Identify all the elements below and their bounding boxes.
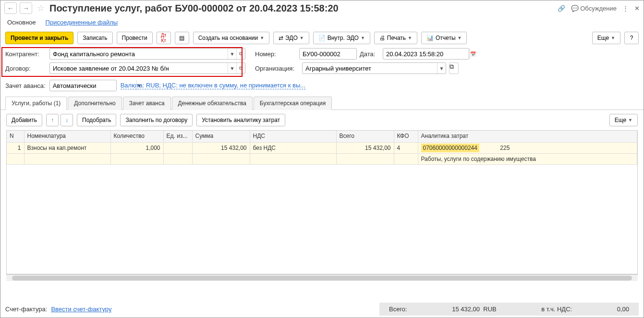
currency-vat-link[interactable]: Валюта: RUB; НДС: не включен в сумму, не…: [121, 82, 305, 89]
section-main[interactable]: Основное: [7, 19, 36, 26]
dropdown-icon[interactable]: ▼: [228, 63, 236, 73]
vat-label: в т.ч. НДС:: [541, 306, 572, 313]
tab-more-button[interactable]: Еще▼: [609, 114, 638, 126]
internal-edo-button[interactable]: 📄 Внутр. ЭДО▼: [313, 32, 370, 44]
more-menu-icon[interactable]: ⋮: [622, 5, 629, 12]
print-button[interactable]: 🖨 Печать▼: [374, 32, 417, 44]
nav-forward-button[interactable]: →: [20, 2, 32, 14]
fill-by-contract-button[interactable]: Заполнить по договору: [120, 114, 193, 126]
edo-button[interactable]: ⇄ ЭДО▼: [273, 32, 309, 44]
post-and-close-button[interactable]: Провести и закрыть: [5, 32, 73, 44]
reports-button[interactable]: 📊 Отчеты▼: [421, 32, 467, 44]
col-qty[interactable]: Количество: [110, 131, 163, 142]
move-down-button[interactable]: ↓: [61, 114, 73, 126]
open-icon[interactable]: ⧉: [236, 63, 245, 73]
nav-back-button[interactable]: ←: [4, 2, 17, 14]
enter-invoice-link[interactable]: Ввести счет-фактуру: [51, 306, 111, 313]
write-button[interactable]: Записать: [77, 32, 112, 44]
tab-obligations[interactable]: Денежные обязательства: [172, 97, 253, 110]
document-title: Поступление услуг, работ БУ00-000002 от …: [49, 3, 555, 14]
org-label: Организация:: [255, 65, 299, 72]
advance-label: Зачет аванса:: [5, 82, 46, 89]
calendar-icon[interactable]: 📅: [470, 49, 476, 59]
close-icon[interactable]: ✕: [634, 5, 640, 12]
move-up-button[interactable]: ↑: [46, 114, 59, 126]
list-icon-button[interactable]: ▤: [175, 32, 189, 44]
total-value: 15 432,00 RUB: [452, 306, 497, 313]
number-label: Номер:: [255, 50, 296, 58]
pick-button[interactable]: Подобрать: [77, 114, 116, 126]
col-total[interactable]: Всего: [336, 131, 394, 142]
favorite-icon[interactable]: ☆: [37, 3, 45, 13]
contract-input[interactable]: ▼ ⧉: [49, 62, 245, 74]
link-icon[interactable]: 🔗: [558, 5, 565, 12]
tab-additional[interactable]: Дополнительно: [68, 97, 122, 110]
horizontal-scrollbar[interactable]: [6, 274, 638, 281]
more-button[interactable]: Еще▼: [592, 32, 620, 44]
vat-value: 0,00: [617, 306, 629, 313]
dropdown-icon[interactable]: ▼: [437, 63, 446, 73]
table-row[interactable]: Работы, услуги по содержанию имущества: [7, 153, 637, 164]
col-kfo[interactable]: КФО: [394, 131, 418, 142]
col-vat[interactable]: НДС: [250, 131, 336, 142]
open-icon[interactable]: ⧉: [236, 49, 245, 59]
col-analytics[interactable]: Аналитика затрат: [418, 131, 637, 142]
date-input[interactable]: 📅: [383, 48, 469, 60]
tab-accounting[interactable]: Бухгалтерская операция: [254, 97, 332, 110]
col-unit[interactable]: Ед. из...: [163, 131, 192, 142]
col-n[interactable]: N: [7, 131, 24, 142]
create-based-button[interactable]: Создать на основании▼: [193, 32, 269, 44]
analytics-code-cell: 07060000000000244: [421, 144, 479, 152]
total-label: Всего:: [389, 306, 407, 313]
help-button[interactable]: ?: [624, 32, 639, 44]
section-attached-files[interactable]: Присоединенные файлы: [46, 19, 118, 26]
services-table[interactable]: N Номенклатура Количество Ед. из... Сумм…: [6, 130, 638, 274]
invoice-label: Счет-фактура:: [5, 306, 47, 313]
add-row-button[interactable]: Добавить: [6, 114, 42, 126]
discussion-link[interactable]: 💬 Обсуждение: [571, 5, 617, 12]
open-org-icon[interactable]: ⧉: [449, 62, 459, 74]
contractor-input[interactable]: ▼ ⧉: [49, 48, 245, 60]
date-label: Дата:: [360, 50, 380, 58]
contractor-label: Контрагент:: [5, 50, 47, 58]
dtkt-icon-button[interactable]: ДтКт: [157, 32, 171, 44]
col-sum[interactable]: Сумма: [192, 131, 250, 142]
contract-label: Договор:: [5, 65, 47, 72]
tab-advance[interactable]: Зачет аванса: [123, 97, 171, 110]
tab-services[interactable]: Услуги, работы (1): [5, 97, 67, 110]
set-analytics-button[interactable]: Установить аналитику затрат: [196, 114, 285, 126]
number-input[interactable]: [299, 48, 357, 60]
post-button[interactable]: Провести: [117, 32, 153, 44]
col-nomenclature[interactable]: Номенклатура: [24, 131, 110, 142]
org-input[interactable]: ▼: [302, 62, 446, 74]
dropdown-icon[interactable]: ▼: [228, 49, 236, 59]
table-row[interactable]: 1 Взносы на кап.ремонт 1,000 15 432,00 б…: [7, 142, 637, 153]
advance-input[interactable]: ▼: [49, 80, 117, 91]
